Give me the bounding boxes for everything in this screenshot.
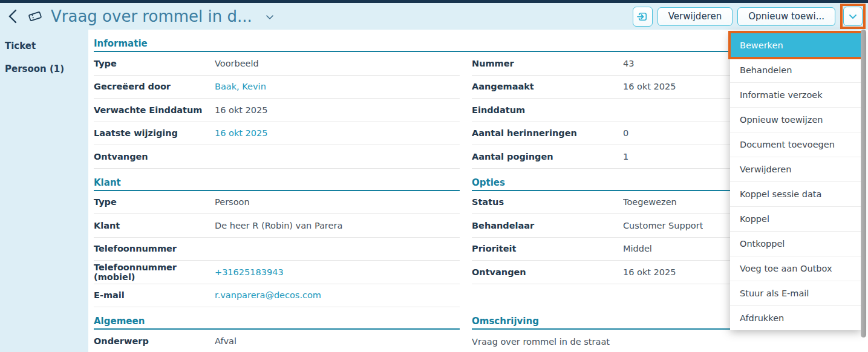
field-value: 43 (623, 59, 634, 68)
field-label: Ontvangen (94, 152, 215, 161)
field-row-ontvangen: Ontvangen (94, 145, 460, 169)
annotation-box-more-button (840, 4, 866, 29)
menu-item-voeg-toe-aan-outbox[interactable]: Voeg toe aan Outbox (730, 256, 861, 281)
sidebar: Ticket Persoon (1) (0, 30, 88, 352)
field-value: De heer R (Robin) van Parera (215, 221, 342, 230)
sidebar-item-persoon[interactable]: Persoon (1) (0, 57, 88, 80)
menu-item-verwijderen[interactable]: Verwijderen (730, 157, 861, 181)
menu-item-afdrukken[interactable]: Afdrukken (730, 305, 861, 330)
page-header: Vraag over rommel in d... Verwijderen Op… (0, 3, 868, 30)
field-label: Status (472, 197, 623, 207)
reassign-button[interactable]: Opnieuw toewi... (737, 7, 835, 26)
status-value: Toegewezen (623, 197, 677, 207)
menu-item-opnieuw-toewijzen[interactable]: Opnieuw toewijzen (730, 107, 861, 132)
field-row-gecreeerd-door: Gecreëerd door Baak, Kevin (94, 76, 460, 99)
field-value: Afval (215, 336, 237, 346)
section-title-klant: Klant (94, 169, 460, 191)
field-value: Customer Support (623, 221, 703, 230)
arrow-into-box-icon (636, 10, 649, 23)
field-row-verwachte-einddatum: Verwachte Einddatum 16 okt 2025 (94, 99, 460, 122)
chevron-left-icon (7, 8, 21, 24)
chevron-down-icon (847, 10, 859, 22)
field-row-telefoonnummer: Telefoonnummer (94, 238, 460, 261)
last-change-link[interactable]: 16 okt 2025 (215, 128, 268, 138)
menu-item-behandelen[interactable]: Behandelen (730, 57, 861, 82)
field-row-type: Type Voorbeeld (94, 52, 460, 76)
menu-item-informatie-verzoek[interactable]: Informatie verzoek (730, 82, 861, 107)
sidebar-item-ticket[interactable]: Ticket (0, 34, 88, 57)
menu-item-bewerken[interactable]: Bewerken (730, 33, 861, 57)
field-label: Laatste wijziging (94, 128, 215, 138)
header-left: Vraag over rommel in d... (5, 7, 633, 25)
field-row-email: E-mail r.vanparera@decos.com (94, 284, 460, 308)
field-label: Klant (94, 221, 215, 230)
field-value: Voorbeeld (215, 59, 259, 68)
field-label: Gecreëerd door (94, 82, 215, 91)
ticket-icon (27, 8, 44, 25)
field-label: Onderwerp (94, 336, 215, 346)
back-button[interactable] (5, 7, 23, 25)
field-label: Aangemaakt (472, 82, 623, 91)
left-column: Type Voorbeeld Gecreëerd door Baak, Kevi… (94, 52, 460, 352)
menu-item-koppel-sessie-data[interactable]: Koppel sessie data (730, 181, 861, 206)
omschrijving-text: Vraag over rommel in de straat (472, 330, 861, 347)
mobile-phone-link[interactable]: +31625183943 (215, 267, 284, 277)
menu-item-label: Bewerken (740, 41, 783, 50)
field-row-klant-naam: Klant De heer R (Robin) van Parera (94, 214, 460, 238)
menu-item-stuur-als-email[interactable]: Stuur als E-mail (730, 281, 861, 305)
field-value: 16 okt 2025 (623, 267, 676, 277)
field-value: 16 okt 2025 (215, 105, 268, 115)
field-value: 16 okt 2025 (623, 82, 676, 91)
field-label: Nummer (472, 59, 623, 68)
field-row-laatste-wijziging: Laatste wijziging 16 okt 2025 (94, 122, 460, 146)
actions-dropdown-menu: Bewerken Behandelen Informatie verzoek O… (730, 33, 861, 330)
section-title-algemeen: Algemeen (94, 307, 460, 330)
page-title: Vraag over rommel in d... (51, 7, 252, 25)
field-label: Type (94, 59, 215, 68)
field-label: Telefoonnummer (94, 244, 215, 253)
field-label: Aantal herinneringen (472, 128, 623, 138)
field-row-klant-type: Type Persoon (94, 191, 460, 215)
field-label: Type (94, 197, 215, 207)
field-label: Ontvangen (472, 267, 623, 277)
field-label: E-mail (94, 290, 215, 300)
field-label: Verwachte Einddatum (94, 105, 215, 115)
field-row-onderwerp: Onderwerp Afval (94, 330, 460, 352)
title-chevron-down-icon[interactable] (264, 12, 275, 23)
field-label: Telefoonnummer (mobiel) (94, 262, 215, 282)
ticket-detail-page: Vraag over rommel in d... Verwijderen Op… (0, 0, 868, 352)
menu-item-koppel[interactable]: Koppel (730, 206, 861, 231)
email-link[interactable]: r.vanparera@decos.com (215, 290, 321, 300)
field-row-telefoonnummer-mobiel: Telefoonnummer (mobiel) +31625183943 (94, 261, 460, 284)
more-actions-button[interactable] (843, 7, 863, 26)
field-label: Behandelaar (472, 221, 623, 230)
field-label: Aantal pogingen (472, 152, 623, 161)
menu-item-ontkoppel[interactable]: Ontkoppel (730, 231, 861, 256)
field-value: Middel (623, 244, 652, 253)
field-label: Prioriteit (472, 244, 623, 253)
vertical-scrollbar[interactable] (861, 30, 866, 337)
creator-link[interactable]: Baak, Kevin (215, 82, 266, 91)
field-value: 0 (623, 128, 628, 138)
delete-button[interactable]: Verwijderen (658, 7, 733, 26)
field-value: Persoon (215, 197, 250, 207)
menu-item-document-toevoegen[interactable]: Document toevoegen (730, 132, 861, 157)
open-in-button[interactable] (633, 7, 653, 27)
field-value: 1 (623, 152, 628, 161)
header-actions: Verwijderen Opnieuw toewi... (633, 4, 866, 29)
field-label: Einddatum (472, 105, 623, 115)
